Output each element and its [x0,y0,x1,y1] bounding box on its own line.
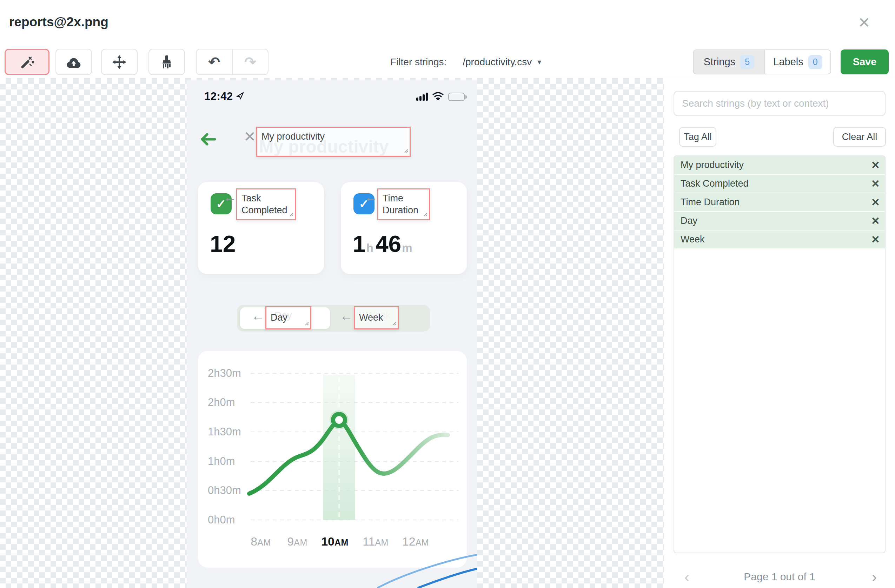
resize-handle-icon[interactable] [422,211,428,218]
string-label: Time Duration [681,197,740,208]
filter-file-value: /productivity.csv [463,56,532,68]
chevron-right-icon[interactable]: › [872,569,877,585]
time-duration-value: 1 h 46 m [353,230,414,257]
search-input[interactable] [674,91,886,116]
string-label: My productivity [681,160,744,171]
y-tick: 1h30m [208,426,250,438]
tag-week-text: Week [359,312,383,323]
resize-handle-icon[interactable] [288,211,294,218]
brush-button[interactable] [149,49,185,75]
x-tick[interactable]: 12AM [402,535,429,549]
battery-icon [448,92,465,101]
y-tick: 2h30m [208,367,250,380]
y-tick: 1h0m [208,455,250,468]
move-button[interactable] [101,49,138,75]
tag-box-task-completed[interactable]: TaskCompleted [236,188,296,220]
file-title: reports@2x.png [9,15,108,29]
hours-unit: h [366,241,373,255]
string-label: Task Completed [681,178,749,189]
toolbar: ↶ ↷ Filter strings: /productivity.csv ▾ … [0,45,895,78]
chart-marker [333,414,345,426]
string-row[interactable]: My productivity ✕ [674,156,885,175]
phone-screenshot: 12:42 My productivity ✕ My productivit [187,80,477,588]
strings-sidebar: Tag All Clear All My productivity ✕ Task… [664,78,895,588]
magic-wand-icon [19,55,35,70]
tab-strings[interactable]: Strings 5 [693,50,765,74]
x-tick[interactable]: 11AM [363,535,388,549]
upload-button[interactable] [55,49,92,75]
resize-handle-icon[interactable] [403,148,408,155]
bottom-chart-preview [187,550,477,588]
close-icon[interactable]: ✕ [854,13,874,32]
x-tick-selected[interactable]: 10AM [321,535,349,549]
remove-string-icon[interactable]: ✕ [871,234,880,245]
tab-labels-label: Labels [773,56,803,68]
x-axis: 8AM 9AM 10AM 11AM 12AM [198,535,467,550]
task-count-value: 12 [210,230,235,257]
string-row[interactable]: Week ✕ [674,230,885,249]
pagination-text: Page 1 out of 1 [664,571,895,583]
status-icons [416,92,465,102]
remove-string-icon[interactable]: ✕ [871,197,880,208]
remove-string-icon[interactable]: ✕ [871,216,880,226]
tag-box-title[interactable]: My productivity [256,127,411,157]
string-label: Week [681,234,705,245]
editor-canvas[interactable]: 12:42 My productivity ✕ My productivit [0,78,664,588]
filter-label: Filter strings: [390,56,446,68]
labels-count-badge: 0 [808,55,822,69]
x-tick[interactable]: 8AM [250,535,271,549]
string-row[interactable]: Task Completed ✕ [674,175,885,193]
y-tick: 0h0m [208,514,250,526]
string-row[interactable]: Day ✕ [674,212,885,230]
tab-strings-label: Strings [704,56,735,68]
app-window: reports@2x.png ✕ ↶ ↷ [0,0,895,588]
remove-string-icon[interactable]: ✕ [871,160,880,171]
tag-box-time-duration[interactable]: TimeDuration [377,188,430,220]
brush-icon [160,55,174,70]
tag-box-week[interactable]: Week [354,306,399,329]
magic-tag-button[interactable] [5,49,50,75]
anchor-arrow-icon: ← [251,308,265,323]
tag-title-text: My productivity [261,130,325,142]
filter-strings: Filter strings: /productivity.csv ▾ [390,45,541,78]
save-button[interactable]: Save [840,50,889,74]
resize-handle-icon[interactable] [303,320,309,327]
clear-all-button[interactable]: Clear All [833,127,886,147]
move-icon [112,55,127,70]
pagination: ‹ Page 1 out of 1 › [664,567,895,588]
y-tick: 0h30m [208,484,250,497]
filter-file-dropdown[interactable]: /productivity.csv ▾ [463,56,541,68]
signal-icon [416,92,428,101]
tag-task-text: TaskCompleted [241,192,287,216]
tag-box-day[interactable]: Day [265,306,311,329]
back-arrow-icon [199,132,217,149]
productivity-chart: 2h30m 2h0m 1h30m 1h0m 0h30m 0h0m 8AM 9AM… [198,351,467,568]
remove-string-icon[interactable]: ✕ [871,179,880,189]
resize-handle-icon[interactable] [391,320,397,327]
redo-icon: ↷ [244,54,256,70]
anchor-arrow-icon: ← [340,308,353,323]
header: reports@2x.png ✕ [0,0,895,45]
redo-button[interactable]: ↷ [232,50,268,74]
strings-count-badge: 5 [740,55,754,69]
undo-redo-group: ↶ ↷ [196,49,268,75]
tab-labels[interactable]: Labels 0 [765,50,830,74]
undo-button[interactable]: ↶ [197,50,232,74]
tag-close-icon[interactable]: ✕ [244,128,256,145]
caret-down-icon: ▾ [537,58,541,67]
anchor-arrow-icon: ← [364,190,378,205]
location-arrow-icon [236,92,244,102]
time-hours: 1 [353,230,366,257]
cloud-upload-icon [66,55,82,69]
status-time: 12:42 [204,90,233,103]
string-label: Day [681,215,698,226]
x-tick[interactable]: 9AM [287,535,307,549]
strings-labels-tabs: Strings 5 Labels 0 [693,50,831,74]
string-row[interactable]: Time Duration ✕ [674,193,885,212]
anchor-arrow-icon: ← [223,190,237,205]
y-tick: 2h0m [208,396,250,409]
strings-list: My productivity ✕ Task Completed ✕ Time … [674,155,886,553]
undo-icon: ↶ [208,54,220,70]
wifi-icon [432,92,444,102]
tag-all-button[interactable]: Tag All [679,127,716,147]
